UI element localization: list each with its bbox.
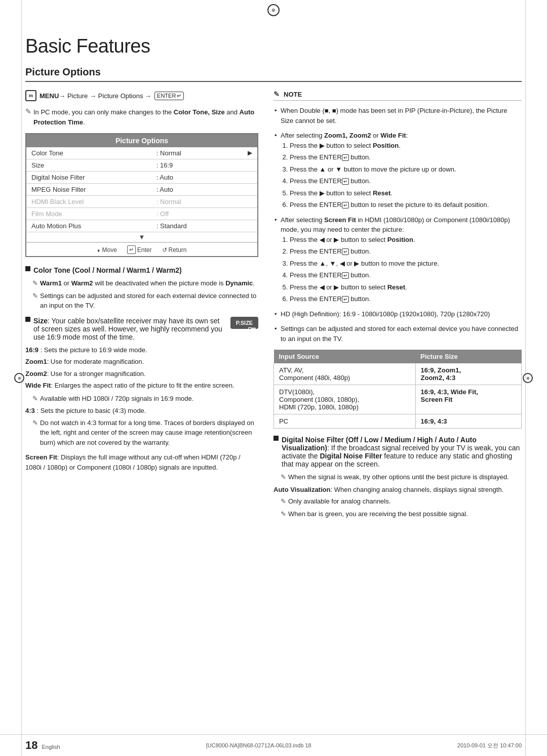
psize-button[interactable]: P.SIZE ☞ — [230, 317, 258, 329]
return-icon: ↺ — [162, 246, 167, 254]
binding-marker-right: ⊕ — [523, 373, 533, 383]
pencil-icon-hd: ✎ — [32, 394, 38, 404]
po-col-name-7: Auto Motion Plus — [26, 220, 153, 232]
page-number: 18 — [25, 739, 37, 752]
zoom-step-2: Press the ENTER↵ button. — [290, 152, 522, 162]
menu-text: MENU→ Picture → Picture Options → — [40, 92, 151, 100]
pencil-icon-warm: ✎ — [32, 278, 38, 288]
section-title: Picture Options — [25, 66, 522, 82]
size-option-zoom2: Zoom2: Use for a stronger magnification. — [25, 369, 258, 379]
enter-btn-inline-3: ↵ — [342, 202, 349, 208]
note-list-3: After selecting Screen Fit in HDMI (1080… — [274, 215, 522, 304]
pc-note-bold1: Color Tone, Size — [174, 108, 225, 116]
enter-label: ENTER — [157, 93, 176, 99]
warm-note: ✎ Warm1 or Warm2 will be deactivated whe… — [25, 278, 258, 288]
dynamic-bold: Dynamic — [225, 279, 253, 287]
input-row-1: ATV, AV,Component (480i, 480p) 16:9, Zoo… — [274, 363, 522, 385]
po-col-val-2: : 16:9 — [153, 159, 246, 171]
po-row-film: Film Mode : Off — [26, 208, 257, 220]
size-option-widefit: Wide Fit: Enlarges the aspect ratio of t… — [25, 381, 258, 391]
pencil-note-icon: ✎ — [274, 90, 280, 98]
note-li-pip: When Double (■, ■) mode has been set in … — [274, 106, 522, 125]
input-table-body: ATV, AV,Component (480i, 480p) 16:9, Zoo… — [274, 363, 522, 429]
po-col-name-3: Digital Noise Filter — [26, 172, 153, 183]
bullet-icon-color-tone — [25, 266, 30, 271]
hd-note-text: Available with HD 1080i / 720p signals i… — [40, 394, 193, 404]
auto-vis-text: Auto Visualization: When changing analog… — [274, 485, 522, 495]
po-row-size: Size : 16:9 — [26, 159, 257, 172]
menu-submenu: → Picture → Picture Options → — [59, 92, 151, 100]
po-footer-enter: ↵ Enter — [127, 245, 152, 254]
pencil-icon-dnf3: ✎ — [281, 509, 286, 519]
picture-size-1: 16:9, Zoom1,Zoom2, 4:3 — [415, 363, 521, 385]
page-number-section: 18 English — [25, 739, 60, 752]
menu-icon: m — [25, 90, 36, 101]
note-li-zoom: After selecting Zoom1, Zoom2 or Wide Fit… — [274, 131, 522, 210]
po-col-arrow-4 — [246, 184, 257, 195]
po-table-header: Picture Options — [26, 134, 257, 147]
bullet-icon-dnf — [274, 436, 279, 441]
file-info: [UC8000-NA]BN68-02712A-06L03.indb 18 — [206, 742, 311, 748]
color-tone-section: Color Tone (Cool / Normal / Warm1 / Warm… — [25, 266, 258, 274]
po-col-arrow-2 — [246, 159, 257, 171]
zoom-steps-list: Press the ▶ button to select Position. P… — [290, 141, 522, 210]
po-row-amp: Auto Motion Plus : Standard — [26, 220, 257, 232]
note-list-2: After selecting Zoom1, Zoom2 or Wide Fit… — [274, 131, 522, 210]
hd-note: ✎ Available with HD 1080i / 720p signals… — [25, 394, 258, 404]
picture-size-3: 16:9, 4:3 — [415, 414, 521, 429]
note-list-4: HD (High Definition): 16:9 - 1080i/1080p… — [274, 309, 522, 319]
input-table-header: Input Source Picture Size — [274, 350, 522, 363]
menu-path: m MENU→ Picture → Picture Options → ENTE… — [25, 90, 258, 101]
input-source-1: ATV, AV,Component (480i, 480p) — [274, 363, 416, 385]
binding-marker-left: ⊕ — [14, 373, 24, 383]
pencil-icon-dnf2: ✎ — [281, 496, 286, 507]
po-row-hdmi: HDMI Black Level : Normal — [26, 196, 257, 208]
note-list-1: When Double (■, ■) mode has been set in … — [274, 106, 522, 125]
warm-note-text: Warm1 or Warm2 will be deactivated when … — [40, 278, 255, 288]
pencil-icon-pc: ✎ — [25, 107, 31, 115]
note-title: NOTE — [284, 91, 302, 98]
two-column-layout: m MENU→ Picture → Picture Options → ENTE… — [25, 90, 522, 521]
size-option-169: 16:9 : Sets the picture to 16:9 wide mod… — [25, 345, 258, 355]
dnf-text: Digital Noise Filter (Off / Low / Medium… — [282, 436, 522, 468]
enter-btn-inline-2: ↵ — [342, 178, 349, 185]
scroll-indicator: ▼ — [139, 233, 145, 241]
note-li-hd: HD (High Definition): 16:9 - 1080i/1080p… — [274, 309, 522, 319]
enter-btn-inline-1: ↵ — [342, 154, 349, 161]
input-source-3: PC — [274, 414, 416, 429]
po-col-arrow-3 — [246, 172, 257, 183]
po-col-val-3: : Auto — [153, 172, 246, 183]
sf-step-6: Press the ENTER↵ button. — [290, 294, 522, 304]
sf-step-1: Press the ◀ or ▶ button to select Positi… — [290, 235, 522, 245]
color-tone-title: Color Tone (Cool / Normal / Warm1 / Warm… — [33, 266, 182, 274]
pc-note-text: In PC mode, you can only make changes to… — [33, 107, 258, 127]
po-row-scroll: ▼ — [26, 232, 257, 242]
size-label: P.SIZE ☞ Size: Your cable box/satellite … — [33, 317, 258, 341]
po-row-mpeg: MPEG Noise Filter : Auto — [26, 184, 257, 196]
pip-icon2: ■ — [332, 107, 336, 114]
pc-note: ✎ In PC mode, you can only make changes … — [25, 107, 258, 127]
digital-noise-section: Digital Noise Filter (Off / Low / Medium… — [274, 436, 522, 519]
zoom-step-3: Press the ▲ or ▼ button to move the pict… — [290, 164, 522, 175]
note-item-4: HD (High Definition): 16:9 - 1080i/1080p… — [274, 309, 522, 319]
warm1-bold: Warm1 — [40, 279, 62, 287]
dnf-subnote1: ✎ When the signal is weak, try other opt… — [274, 472, 522, 482]
note-li-settings: Settings can be adjusted and stored for … — [274, 324, 522, 344]
po-col-arrow-5 — [246, 196, 257, 207]
po-col-name-5: HDMI Black Level — [26, 196, 153, 207]
hand-pointer-icon: ☞ — [247, 324, 256, 336]
po-footer-move: ⬧ Move — [97, 245, 116, 254]
pencil-icon-dnf: ✎ — [281, 472, 286, 482]
left-column: m MENU→ Picture → Picture Options → ENTE… — [25, 90, 258, 521]
po-col-val-1: : Normal — [153, 147, 246, 159]
43-warning: ✎ Do not watch in 4:3 format for a long … — [25, 418, 258, 448]
po-footer-return: ↺ Return — [162, 245, 187, 254]
warm2-bold: Warm2 — [71, 279, 93, 287]
po-col-arrow-6 — [246, 208, 257, 220]
input-source-2: DTV(1080i),Component (1080i, 1080p),HDMI… — [274, 385, 416, 414]
picture-options-table: Picture Options Color Tone : Normal ▶ Si… — [25, 133, 258, 257]
dnf-subnote3-text: When bar is green, you are receiving the… — [288, 509, 468, 519]
zoom-step-1: Press the ▶ button to select Position. — [290, 141, 522, 151]
page-container: ⊕ ⊕ ⊕ Basic Features Picture Options m M… — [0, 0, 547, 756]
zoom-step-5: Press the ▶ button to select Reset. — [290, 188, 522, 198]
